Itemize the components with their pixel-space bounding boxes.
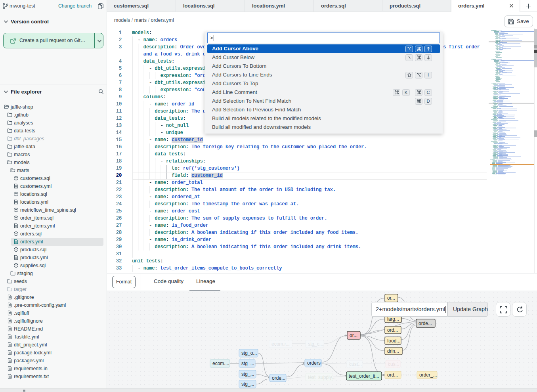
svg-text:ord...: ord... [387,327,398,333]
svg-text:test_supply...: test_supply... [308,375,336,380]
svg-text:food...: food... [387,338,400,344]
svg-text:stg_c...: stg_c... [308,341,323,347]
svg-text:stg_...: stg_... [241,371,254,377]
svg-text:ecom....: ecom.... [212,361,229,366]
svg-text:order_...: order_... [419,372,437,378]
svg-text:test_order_it...: test_order_it... [349,373,379,379]
svg-text:cust...: cust... [349,361,362,367]
svg-text:ord...: ord... [387,372,398,378]
svg-text:stg_...: stg_... [241,361,254,366]
svg-text:stg_o...: stg_o... [241,350,257,356]
svg-text:orde...: orde... [272,375,285,381]
svg-text:drin...: drin... [387,348,399,354]
svg-text:larg...: larg... [387,316,399,322]
svg-text:orde...: orde... [419,321,432,326]
svg-text:stg_...: stg_... [241,381,254,387]
svg-text:cus...: cus... [388,361,399,367]
svg-text:ecom.r...: ecom.r... [271,341,290,347]
svg-text:or...: or... [350,333,357,338]
svg-text:orders: orders [307,360,321,366]
svg-text:or...: or... [387,295,395,301]
